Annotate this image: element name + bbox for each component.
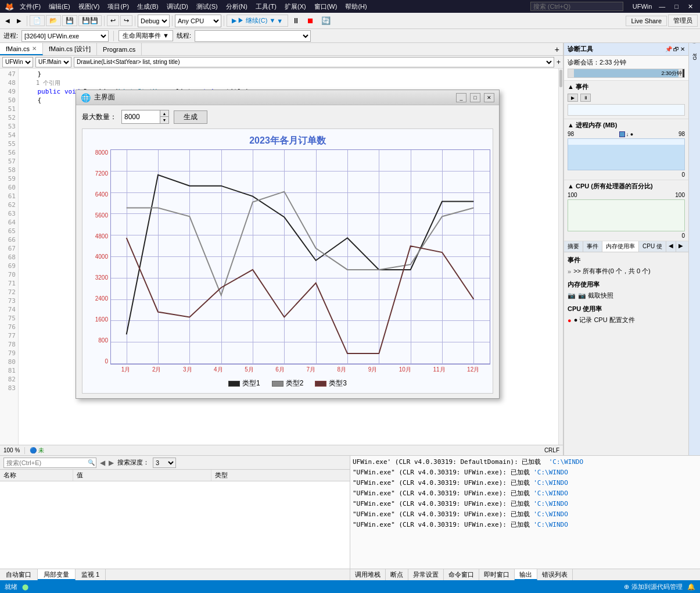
function-combo[interactable]: DrawLine(List<StatYear> list, string tit… bbox=[74, 57, 554, 67]
depth-select[interactable]: 3 bbox=[153, 458, 176, 468]
diag-tab-next[interactable]: ▶ bbox=[676, 241, 685, 252]
menu-view[interactable]: 视图(V) bbox=[76, 2, 102, 11]
diag-events-title[interactable]: ▲ 事件 bbox=[568, 83, 685, 91]
tab-fmain-cs-close[interactable]: ✕ bbox=[32, 45, 37, 52]
legend-type2: 类型2 bbox=[272, 378, 304, 388]
restart-btn[interactable]: 🔄 bbox=[318, 15, 333, 27]
menu-analyze[interactable]: 分析(N) bbox=[224, 2, 250, 11]
method-combo[interactable]: UF.fMain bbox=[35, 57, 71, 67]
panel-tab-watch1[interactable]: 监视 1 bbox=[76, 569, 106, 580]
sidebar-tab-1[interactable]: 需求 bbox=[690, 45, 699, 50]
search-input[interactable] bbox=[530, 2, 623, 11]
menu-project[interactable]: 项目(P) bbox=[105, 2, 131, 11]
menu-tools[interactable]: 工具(T) bbox=[253, 2, 279, 11]
menu-help[interactable]: 帮助(H) bbox=[343, 2, 369, 11]
notifications-icon[interactable]: 🔔 bbox=[687, 583, 695, 591]
diag-cpu-title[interactable]: ▲ CPU (所有处理器的百分比) bbox=[568, 182, 685, 191]
live-share-btn[interactable]: Live Share bbox=[626, 16, 667, 26]
menu-test[interactable]: 测试(S) bbox=[194, 2, 220, 11]
snapshot-btn[interactable]: 📷📷 截取快照 bbox=[568, 291, 613, 300]
panel-tab-command[interactable]: 命令窗口 bbox=[444, 569, 479, 580]
events-play-btn[interactable]: ▶ bbox=[568, 94, 578, 102]
process-label: 进程: bbox=[3, 31, 18, 40]
debug-config-combo[interactable]: Debug bbox=[138, 15, 170, 27]
session-time-label: 2:30分钟 bbox=[661, 70, 682, 77]
menu-file[interactable]: 文件(F) bbox=[17, 2, 43, 11]
diag-tab-memory[interactable]: 内存使用率 bbox=[602, 241, 639, 252]
diag-tab-prev[interactable]: ◀ bbox=[666, 241, 676, 252]
tab-fmain-design[interactable]: fMain.cs [设计] bbox=[43, 43, 97, 55]
locals-content[interactable] bbox=[0, 481, 350, 569]
cpu-combo[interactable]: Any CPU bbox=[175, 15, 221, 27]
locals-search-input[interactable] bbox=[3, 458, 96, 468]
app-logo: 🦊 bbox=[5, 2, 14, 11]
toolbar-save-all[interactable]: 💾💾 bbox=[78, 15, 102, 26]
pause-btn[interactable]: ⏸ bbox=[289, 15, 303, 27]
menu-window[interactable]: 窗口(W) bbox=[312, 2, 340, 11]
toolbar-open[interactable]: 📂 bbox=[46, 15, 61, 26]
diag-pin-btn[interactable]: 📌 bbox=[665, 46, 672, 52]
output-panel: UFWin.exe' (CLR v4.0.30319: DefaultDomai… bbox=[350, 456, 700, 580]
manage-btn[interactable]: 管理员 bbox=[668, 15, 698, 27]
source-control-btn[interactable]: ⊕ 添加到源代码管理 bbox=[624, 583, 683, 591]
zoom-level[interactable]: 100 % bbox=[3, 447, 20, 453]
menu-extend[interactable]: 扩展(X) bbox=[282, 2, 308, 11]
class-combo[interactable]: UFWin bbox=[2, 57, 33, 67]
menu-build[interactable]: 生成(B) bbox=[135, 2, 161, 11]
memory-right-val: 98 bbox=[679, 131, 685, 137]
minimize-btn[interactable]: — bbox=[656, 3, 667, 10]
expand-btn[interactable]: + bbox=[557, 58, 561, 66]
dialog-minimize-btn[interactable]: _ bbox=[456, 93, 466, 102]
chart-svg bbox=[111, 150, 490, 364]
diag-tab-cpu[interactable]: CPU 使 bbox=[639, 241, 666, 252]
events-pause-btn[interactable]: ⏸ bbox=[580, 94, 591, 102]
record-cpu-btn[interactable]: ●● 记录 CPU 配置文件 bbox=[568, 316, 635, 324]
panel-tab-output[interactable]: 输出 bbox=[515, 569, 537, 580]
panel-tab-callstack[interactable]: 调用堆栈 bbox=[350, 569, 386, 580]
tab-program-cs[interactable]: Program.cs bbox=[97, 43, 142, 55]
diag-close-btn[interactable]: ✕ bbox=[680, 46, 685, 52]
maximize-btn[interactable]: □ bbox=[672, 3, 681, 10]
main-dialog[interactable]: 🌐 主界面 _ □ ✕ 最大数量： bbox=[76, 90, 500, 399]
diag-float-btn[interactable]: 🗗 bbox=[673, 46, 679, 52]
lifecycle-btn[interactable]: 生命周期事件 ▼ bbox=[119, 30, 173, 41]
panel-tab-autownd[interactable]: 自动窗口 bbox=[0, 569, 38, 580]
toolbar-save[interactable]: 💾 bbox=[62, 15, 77, 26]
memory-chart bbox=[568, 138, 685, 170]
thread-select[interactable] bbox=[195, 30, 311, 42]
sidebar-tab-2[interactable]: Git bbox=[691, 51, 699, 63]
menu-debug[interactable]: 调试(D) bbox=[164, 2, 191, 11]
panel-tab-immediate[interactable]: 即时窗口 bbox=[479, 569, 515, 580]
max-qty-input[interactable] bbox=[122, 110, 160, 123]
statusbar: 就绪 ⬤ ⊕ 添加到源代码管理 🔔 bbox=[0, 580, 700, 593]
locals-back-btn[interactable]: ◀ bbox=[100, 459, 105, 467]
toolbar-forward[interactable]: ▶ bbox=[14, 16, 24, 26]
close-btn[interactable]: ✕ bbox=[685, 3, 695, 10]
diag-tab-summary[interactable]: 摘要 bbox=[564, 241, 583, 252]
diag-memory-title[interactable]: ▲ 进程内存 (MB) bbox=[568, 121, 685, 130]
locals-forward-btn[interactable]: ▶ bbox=[109, 459, 114, 467]
tab-fmain-cs[interactable]: fMain.cs ✕ bbox=[0, 43, 43, 55]
panel-tab-errorlist[interactable]: 错误列表 bbox=[537, 569, 573, 580]
cpu-zero: 0 bbox=[681, 233, 685, 239]
generate-btn[interactable]: 生成 bbox=[174, 110, 207, 124]
process-select[interactable]: [32640] UFWin.exe bbox=[21, 30, 109, 42]
spinner-up-btn[interactable]: ▲ bbox=[160, 110, 168, 117]
dialog-maximize-btn[interactable]: □ bbox=[470, 93, 480, 102]
toolbar-redo[interactable]: ↪ bbox=[120, 15, 132, 26]
tab-fmain-design-label: fMain.cs [设计] bbox=[49, 45, 91, 53]
menu-edit[interactable]: 编辑(E) bbox=[46, 2, 73, 11]
spinner-down-btn[interactable]: ▼ bbox=[160, 117, 168, 123]
panel-tab-locals[interactable]: 局部变量 bbox=[38, 569, 76, 580]
toolbar-back[interactable]: ◀ bbox=[2, 16, 13, 26]
toolbar-new[interactable]: 📄 bbox=[30, 15, 45, 26]
continue-btn[interactable]: ▶ ▶ 继续(C) ▼ ▼ bbox=[227, 15, 288, 27]
diag-tab-events[interactable]: 事件 bbox=[583, 241, 602, 252]
toolbar-undo[interactable]: ↩ bbox=[107, 15, 119, 26]
tab-add-btn[interactable]: + bbox=[551, 45, 563, 54]
panel-tab-exceptions[interactable]: 异常设置 bbox=[408, 569, 444, 580]
dialog-close-btn[interactable]: ✕ bbox=[484, 93, 494, 102]
stop-btn[interactable]: ⏹ bbox=[304, 15, 317, 27]
panel-tab-breakpoints[interactable]: 断点 bbox=[386, 569, 408, 580]
cpu-right-val: 100 bbox=[675, 192, 685, 198]
